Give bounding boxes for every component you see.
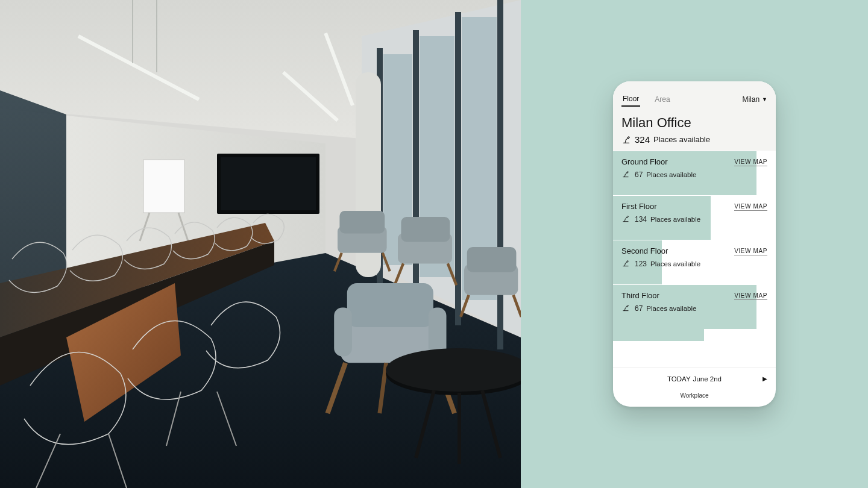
date-bar[interactable]: TODAY June 2nd ▶ bbox=[613, 367, 776, 390]
floor-card-peek bbox=[613, 329, 776, 341]
chevron-down-icon: ▼ bbox=[762, 96, 767, 102]
floor-available-count: 134 bbox=[635, 215, 647, 224]
floor-availability: 134 Places available bbox=[621, 214, 767, 224]
office-availability: 324 Places available bbox=[621, 134, 767, 145]
view-map-link[interactable]: VIEW MAP bbox=[734, 158, 767, 166]
tab-floor[interactable]: Floor bbox=[621, 92, 640, 107]
phone-mockup: Floor Area Milan ▼ Milan Office 32 bbox=[613, 81, 776, 407]
svg-rect-22 bbox=[221, 157, 316, 210]
floor-available-label: Places available bbox=[646, 305, 696, 312]
desk-lamp-icon bbox=[621, 304, 631, 313]
view-map-link[interactable]: VIEW MAP bbox=[734, 203, 767, 211]
view-map-link[interactable]: VIEW MAP bbox=[734, 292, 767, 300]
svg-rect-31 bbox=[339, 211, 385, 233]
date-value: June 2nd bbox=[693, 375, 722, 383]
floor-card[interactable]: First Floor 134 Places available VIEW MA… bbox=[613, 195, 776, 240]
svg-rect-39 bbox=[347, 283, 433, 327]
floor-availability: 123 Places available bbox=[621, 259, 767, 269]
tab-area[interactable]: Area bbox=[653, 93, 671, 106]
city-selector-label: Milan bbox=[742, 95, 760, 104]
next-day-icon[interactable]: ▶ bbox=[763, 375, 767, 382]
floor-card[interactable]: Second Floor 123 Places available VIEW M… bbox=[613, 240, 776, 284]
office-available-count: 324 bbox=[635, 134, 650, 145]
floor-available-label: Places available bbox=[646, 171, 696, 178]
floor-available-label: Places available bbox=[650, 260, 700, 267]
bottom-nav: Workplace bbox=[613, 390, 776, 407]
office-available-label: Places available bbox=[653, 135, 710, 144]
svg-rect-18 bbox=[143, 160, 184, 213]
desk-lamp-icon bbox=[621, 214, 631, 224]
desk-lamp-icon bbox=[621, 170, 631, 180]
floor-fill-bar bbox=[613, 329, 704, 341]
date-today-label: TODAY bbox=[667, 375, 691, 383]
desk-lamp-icon bbox=[621, 135, 631, 145]
office-photo bbox=[0, 0, 521, 488]
floor-available-count: 123 bbox=[635, 260, 647, 268]
svg-rect-46 bbox=[467, 247, 517, 272]
desk-lamp-icon bbox=[621, 259, 631, 269]
floor-card[interactable]: Third Floor 67 Places available VIEW MAP bbox=[613, 284, 776, 329]
floor-available-label: Places available bbox=[650, 216, 700, 223]
floor-availability: 67 Places available bbox=[621, 304, 767, 313]
svg-rect-35 bbox=[401, 217, 450, 242]
view-map-link[interactable]: VIEW MAP bbox=[734, 248, 767, 255]
nav-workplace-label[interactable]: Workplace bbox=[680, 392, 708, 399]
floor-available-count: 67 bbox=[635, 170, 643, 179]
svg-rect-40 bbox=[334, 308, 352, 357]
office-title: Milan Office bbox=[621, 115, 767, 131]
floor-available-count: 67 bbox=[635, 304, 643, 313]
city-selector[interactable]: Milan ▼ bbox=[742, 95, 767, 104]
floor-card[interactable]: Ground Floor 67 Places available VIEW MA… bbox=[613, 151, 776, 195]
floors-list[interactable]: Ground Floor 67 Places available VIEW MA… bbox=[613, 151, 776, 367]
floor-availability: 67 Places available bbox=[621, 170, 767, 180]
phone-header: Floor Area Milan ▼ Milan Office 32 bbox=[613, 81, 776, 151]
app-panel: Floor Area Milan ▼ Milan Office 32 bbox=[521, 0, 868, 488]
